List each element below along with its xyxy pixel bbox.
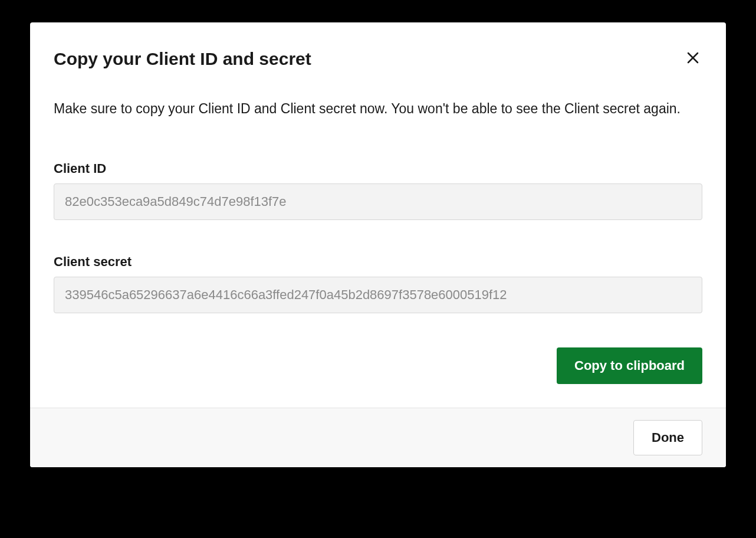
client-id-input[interactable] — [54, 183, 702, 220]
client-secret-label: Client secret — [54, 254, 702, 270]
copy-to-clipboard-button[interactable]: Copy to clipboard — [557, 347, 702, 384]
client-id-label: Client ID — [54, 161, 702, 176]
client-secret-field-group: Client secret — [54, 254, 702, 313]
modal-header: Copy your Client ID and secret — [54, 48, 702, 70]
action-row: Copy to clipboard — [54, 347, 702, 384]
modal-description: Make sure to copy your Client ID and Cli… — [54, 98, 702, 120]
close-button[interactable] — [683, 48, 702, 69]
close-icon — [686, 51, 700, 67]
client-secret-input[interactable] — [54, 277, 702, 313]
modal-title: Copy your Client ID and secret — [54, 48, 311, 70]
done-button[interactable]: Done — [633, 420, 702, 455]
client-id-field-group: Client ID — [54, 161, 702, 220]
modal-body: Copy your Client ID and secret Make sure… — [30, 22, 726, 408]
modal-footer: Done — [30, 408, 726, 467]
credentials-modal: Copy your Client ID and secret Make sure… — [30, 22, 726, 467]
